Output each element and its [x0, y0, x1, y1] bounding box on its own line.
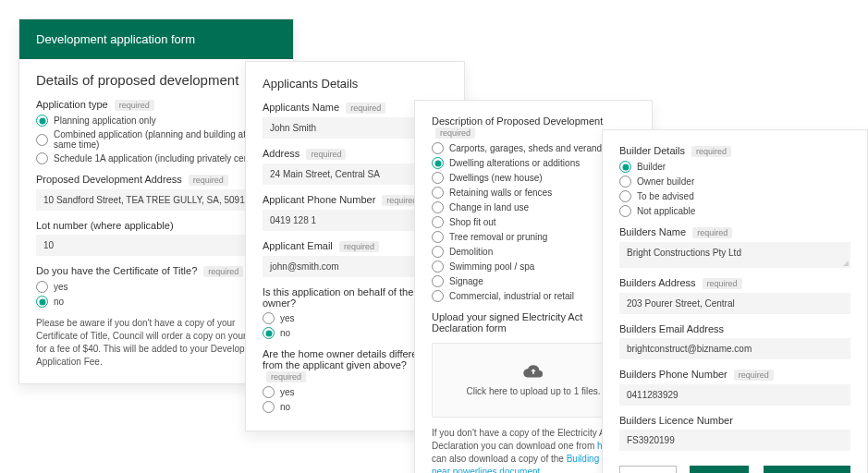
required-tag: required — [691, 146, 731, 157]
application-type-label: Application type required — [36, 99, 276, 111]
lot-number-input[interactable]: 10 — [36, 235, 276, 256]
label-text: Builders Phone Number — [619, 369, 727, 380]
radio-selected-icon — [263, 327, 275, 339]
label-text: Address — [263, 148, 300, 159]
radio-selected-icon — [432, 157, 444, 169]
required-tag: required — [339, 241, 379, 252]
note-part: If you don't have a copy of the Electric… — [432, 428, 612, 451]
radio-selected-icon — [619, 161, 631, 173]
radio-icon — [432, 187, 444, 199]
radio-label: Change in land use — [449, 202, 529, 212]
proposed-address-input[interactable]: 10 Sandford Street, TEA TREE GULLY, SA, … — [36, 189, 276, 211]
radio-label: Dwellings (new house) — [449, 173, 543, 183]
continue-button[interactable]: Continue — [764, 466, 850, 473]
cloud-upload-icon — [523, 364, 544, 379]
radio-selected-icon — [36, 296, 48, 308]
required-tag: required — [306, 149, 346, 160]
label-text: Builders Name — [619, 226, 686, 237]
label-text: Do you have the Certificate of Title? — [36, 265, 197, 276]
label-text: Builder Details — [619, 145, 685, 156]
radio-icon — [432, 290, 444, 302]
radio-icon — [619, 176, 631, 188]
radio-builder[interactable]: Builder — [619, 161, 850, 173]
radio-icon — [432, 231, 444, 243]
builders-email-input[interactable]: brightconstruct@bizname.com — [619, 338, 850, 359]
radio-label: Swimming pool / spa — [449, 261, 534, 272]
label-text: Proposed Development Address — [36, 174, 182, 185]
radio-cert-yes[interactable]: yes — [36, 281, 276, 293]
builders-address-label: Builders Address required — [619, 277, 850, 289]
radio-icon — [263, 386, 275, 398]
builders-licence-input[interactable]: FS3920199 — [619, 430, 850, 451]
required-tag: required — [435, 127, 475, 139]
required-tag: required — [346, 103, 385, 114]
radio-schedule-1a[interactable]: Schedule 1A application (including priva… — [36, 152, 276, 164]
radio-icon — [619, 190, 631, 202]
certificate-note: Please be aware if you don't have a copy… — [36, 317, 276, 369]
radio-label: no — [280, 402, 290, 412]
radio-icon — [432, 201, 444, 213]
label-text: Applicants Name — [263, 102, 339, 113]
back-button[interactable]: Back — [619, 466, 677, 473]
builders-name-label: Builders Name required — [619, 226, 850, 238]
section-title: Applicants Details — [263, 77, 447, 91]
radio-cert-no[interactable]: no — [36, 296, 276, 308]
builders-phone-input[interactable]: 0411283929 — [619, 384, 850, 406]
radio-label: Commercial, industrial or retail — [449, 291, 574, 301]
radio-label: Retaining walls or fences — [449, 188, 552, 198]
required-tag: required — [266, 371, 306, 382]
radio-icon — [263, 312, 275, 324]
radio-icon — [432, 142, 444, 154]
lot-number-label: Lot number (where applicable) — [36, 220, 276, 231]
required-tag: required — [692, 227, 732, 238]
builder-details-label: Builder Details required — [619, 145, 850, 157]
proposed-address-label: Proposed Development Address required — [36, 174, 276, 186]
button-row: Back Save Continue — [619, 466, 850, 473]
radio-icon — [432, 246, 444, 258]
section-title: Details of proposed development — [36, 72, 276, 88]
builders-name-input[interactable]: Bright Constructions Pty Ltd — [619, 242, 850, 268]
radio-label: Combined application (planning and build… — [54, 129, 276, 150]
radio-icon — [432, 216, 444, 228]
required-tag: required — [115, 100, 154, 111]
radio-owner-builder[interactable]: Owner builder — [619, 176, 850, 188]
radio-label: To be advised — [637, 191, 694, 201]
builders-address-input[interactable]: 203 Pourer Street, Central — [619, 293, 850, 314]
radio-label: Not applicable — [637, 206, 695, 216]
radio-to-be-advised[interactable]: To be advised — [619, 190, 850, 202]
required-tag: required — [189, 175, 228, 186]
radio-icon — [432, 261, 444, 273]
radio-planning-only[interactable]: Planning application only — [36, 115, 276, 127]
radio-label: Dwelling alterations or additions — [449, 158, 580, 168]
label-text: Applicant Email — [263, 240, 333, 251]
builders-email-label: Builders Email Address — [619, 323, 850, 334]
radio-icon — [36, 281, 48, 293]
radio-label: Planning application only — [54, 115, 156, 126]
radio-label: Schedule 1A application (including priva… — [54, 153, 269, 164]
radio-label: Tree removal or pruning — [449, 232, 547, 242]
required-tag: required — [734, 370, 774, 381]
required-tag: required — [203, 266, 243, 277]
radio-icon — [432, 172, 444, 184]
radio-label: Builder — [637, 162, 666, 172]
upload-text: Click here to upload up to 1 files. — [466, 386, 600, 396]
radio-icon — [36, 134, 48, 146]
radio-label: yes — [280, 313, 295, 323]
radio-label: Demolition — [449, 247, 493, 257]
label-text: Are the home owner details different fro… — [263, 348, 426, 370]
radio-label: no — [54, 297, 64, 307]
builders-phone-label: Builders Phone Number required — [619, 369, 850, 381]
radio-label: Carports, garages, sheds and verandahs — [449, 143, 617, 153]
radio-label: no — [280, 328, 290, 338]
form-header: Development application form — [19, 19, 293, 59]
radio-label: yes — [54, 282, 68, 292]
radio-combined[interactable]: Combined application (planning and build… — [36, 129, 276, 150]
panel-builder-details: Builder Details required Builder Owner b… — [602, 129, 868, 473]
label-text: Application type — [36, 99, 108, 110]
radio-not-applicable[interactable]: Not applicable — [619, 205, 850, 217]
radio-selected-icon — [36, 115, 48, 127]
label-text: Builders Address — [619, 277, 696, 288]
save-button[interactable]: Save — [690, 466, 748, 473]
radio-label: Shop fit out — [449, 217, 496, 227]
required-tag: required — [703, 278, 742, 289]
